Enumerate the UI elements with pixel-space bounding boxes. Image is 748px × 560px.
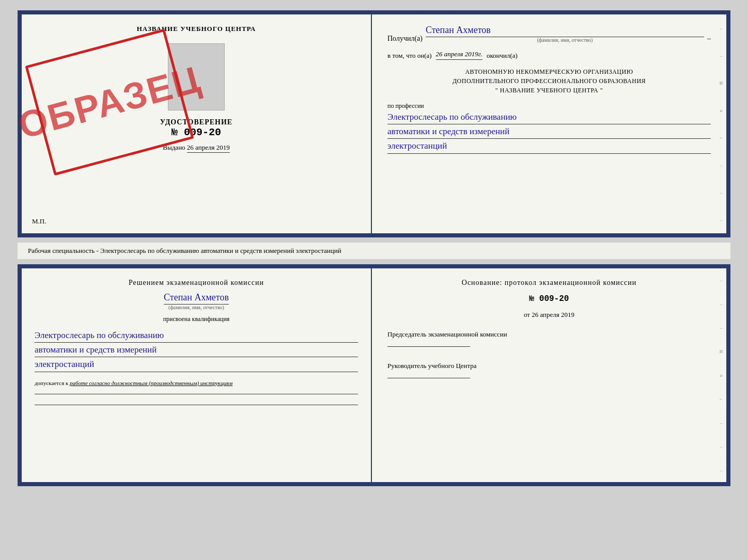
basis-date-value: 26 апреля 2019 — [532, 311, 574, 318]
margin-b-И: И — [720, 349, 723, 354]
basis-date: от 26 апреля 2019 — [387, 311, 711, 319]
qual-line2: автоматики и средств измерений — [35, 343, 358, 357]
bottom-right-panel: Основание: протокол экзаменационной коми… — [372, 268, 726, 482]
profession-line2: автоматики и средств измерений — [387, 124, 711, 139]
profession-line1: Электрослесарь по обслуживанию — [387, 110, 711, 124]
margin-b-dash5: – — [720, 444, 723, 449]
commission-name: Степан Ахметов — [164, 292, 229, 305]
admitted-signature-line — [35, 394, 358, 394]
margin-И: И — [720, 81, 723, 86]
issued-label: Выдано — [163, 143, 185, 151]
chairman-line — [387, 346, 470, 347]
photo-placeholder — [168, 43, 225, 110]
commission-person: Степан Ахметов (фамилия, имя, отчество) — [35, 292, 358, 310]
bottom-left-panel: Решением экзаменационной комиссии Степан… — [22, 268, 372, 482]
qualification-value: Электрослесарь по обслуживанию автоматик… — [35, 328, 358, 372]
recipient-sublabel: (фамилия, имя, отчество) — [426, 37, 704, 43]
org-line3: " НАЗВАНИЕ УЧЕБНОГО ЦЕНТРА " — [387, 86, 711, 95]
qualification-label: присвоена квалификация — [35, 315, 358, 323]
margin-dash4: – — [720, 190, 723, 195]
admitted-prefix: допускается к — [35, 380, 68, 386]
margin-а: а — [720, 108, 723, 113]
right-margin-bottom: – – – И а ← – – – — [716, 268, 726, 482]
profession-block: по профессии Электрослесарь по обслужива… — [387, 102, 711, 154]
director-title: Руководитель учебного Центра — [387, 362, 711, 370]
basis-number: № 009-20 — [387, 294, 711, 303]
org-line2: ДОПОЛНИТЕЛЬНОГО ПРОФЕССИОНАЛЬНОГО ОБРАЗО… — [387, 76, 711, 86]
middle-text-bar: Рабочая специальность - Электрослесарь п… — [18, 243, 730, 259]
margin-dash5: – — [720, 217, 723, 222]
date-suffix: окончил(а) — [487, 52, 518, 60]
basis-date-prefix: от — [524, 311, 530, 318]
qual-line3: электростанций — [35, 357, 358, 372]
commission-sublabel: (фамилия, имя, отчество) — [168, 305, 224, 310]
org-block: АВТОНОМНУЮ НЕКОММЕРЧЕСКУЮ ОРГАНИЗАЦИЮ ДО… — [387, 67, 711, 95]
issued-date: 26 апреля 2019 — [187, 143, 230, 153]
date-prefix: в том, что он(а) — [387, 52, 432, 60]
margin-dash1: – — [720, 26, 723, 31]
right-margin-top: – – И а ← – – – — [716, 14, 726, 233]
margin-b-а: а — [720, 373, 723, 378]
date-value: 26 апреля 2019г. — [436, 50, 482, 60]
dash-after-name: – — [707, 35, 711, 43]
cert-number: № 009-20 — [172, 126, 221, 138]
cert-label: УДОСТОВЕРЕНИЕ — [160, 118, 232, 126]
top-document: НАЗВАНИЕ УЧЕБНОГО ЦЕНТРА УДОСТОВЕРЕНИЕ №… — [18, 10, 730, 237]
mp-label: М.П. — [32, 217, 46, 226]
profession-line3: электростанций — [387, 139, 711, 153]
director-section: Руководитель учебного Центра — [387, 362, 711, 378]
basis-title: Основание: протокол экзаменационной коми… — [387, 279, 711, 287]
date-line: в том, что он(а) 26 апреля 2019г. окончи… — [387, 50, 711, 60]
recipient-line: Получил(а) Степан Ахметов (фамилия, имя,… — [387, 25, 711, 43]
admitted-value: работе согласно должностным (производств… — [70, 380, 232, 386]
top-left-panel: НАЗВАНИЕ УЧЕБНОГО ЦЕНТРА УДОСТОВЕРЕНИЕ №… — [22, 14, 372, 233]
profession-label: по профессии — [387, 102, 711, 110]
margin-b-dash6: – — [720, 468, 723, 473]
margin-b-dash4: – — [720, 420, 723, 425]
recipient-prefix: Получил(а) — [387, 35, 423, 43]
qual-line1: Электрослесарь по обслуживанию — [35, 328, 358, 343]
chairman-section: Председатель экзаменационной комиссии — [387, 330, 711, 347]
margin-b-dash2: – — [720, 301, 723, 307]
top-right-panel: Получил(а) Степан Ахметов (фамилия, имя,… — [372, 14, 726, 233]
profession-value: Электрослесарь по обслуживанию автоматик… — [387, 110, 711, 154]
director-line — [387, 378, 470, 378]
margin-b-dash3: – — [720, 325, 723, 330]
middle-text-content: Рабочая специальность - Электрослесарь п… — [28, 247, 341, 254]
org-line1: АВТОНОМНУЮ НЕКОММЕРЧЕСКУЮ ОРГАНИЗАЦИЮ — [387, 67, 711, 76]
margin-b-dash1: – — [720, 278, 723, 283]
commission-title: Решением экзаменационной комиссии — [35, 279, 358, 287]
bottom-document: Решением экзаменационной комиссии Степан… — [18, 264, 730, 486]
recipient-name: Степан Ахметов — [426, 25, 704, 37]
bottom-signature-line — [35, 405, 358, 405]
cert-issued: Выдано 26 апреля 2019 — [163, 143, 229, 152]
margin-b-arrow: ← — [719, 396, 724, 402]
school-title-top: НАЗВАНИЕ УЧЕБНОГО ЦЕНТРА — [137, 25, 256, 33]
margin-dash2: – — [720, 53, 723, 58]
chairman-title: Председатель экзаменационной комиссии — [387, 330, 711, 339]
admitted-block: допускается к работе согласно должностны… — [35, 380, 358, 386]
margin-arrow: ← — [719, 135, 724, 140]
margin-dash3: – — [720, 163, 723, 168]
